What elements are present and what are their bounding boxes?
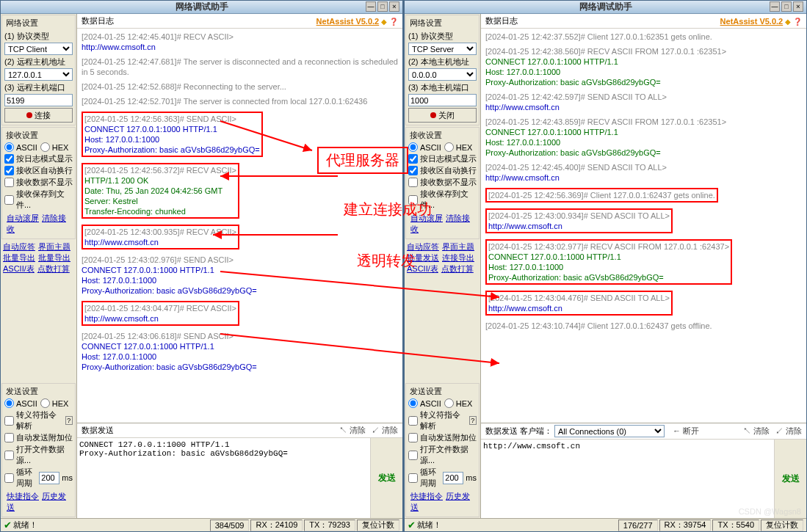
send-settings: 发送设置 ASCII HEX 转义符指令解析 ? 自动发送附加位 打开文件数据源… — [1, 383, 76, 517]
recv-hex[interactable] — [444, 142, 454, 152]
send-button[interactable]: 发送 — [774, 440, 806, 518]
chk-autowrap[interactable] — [4, 166, 14, 175]
log-title: 数据日志 — [82, 15, 114, 26]
min-button[interactable]: — — [366, 1, 376, 12]
chk-savefile[interactable] — [408, 195, 418, 205]
chk-loop[interactable] — [408, 473, 418, 483]
status-icon — [26, 112, 32, 118]
auto-links: 自动应答界面主题 批量发送连接导出 ASCII/表点数打算 — [405, 240, 480, 276]
sb-tx: TX：79293 — [304, 520, 355, 531]
title: 网络调试助手 — [579, 1, 632, 13]
titlebar: 网络调试助手 — □ × — [405, 1, 806, 14]
watermark: CSDN @Wagsn8 — [739, 507, 801, 516]
chk-hide[interactable] — [408, 178, 418, 187]
star-icon: ◆ ❓ — [381, 18, 398, 26]
sb-count: 176/277 — [618, 520, 658, 531]
log-entry: [2024-01-25 12:42:52.688]# Reconnecting … — [82, 81, 398, 92]
log-entry: [2024-01-25 12:43:06.618]# SEND ASCII>CO… — [82, 331, 398, 372]
log-area[interactable]: [2024-01-25 12:42:37.552]# Client 127.0.… — [481, 29, 806, 423]
net-settings: 网络设置 (1) 协议类型 TCP Server (2) 本地主机地址 0.0.… — [405, 15, 480, 125]
sb-reset[interactable]: 复位计数 — [761, 520, 803, 531]
clear-btn[interactable]: ↖ 清除 — [339, 426, 366, 434]
title: 网络调试助手 — [175, 1, 228, 13]
sb-rx: RX：39754 — [659, 520, 712, 531]
quick-cmd-link[interactable]: 快捷指令 — [7, 492, 39, 500]
brand[interactable]: NetAssist V5.0.2 — [316, 17, 380, 26]
autoscroll-link[interactable]: 自动滚屏 — [410, 214, 443, 222]
log-entry: [2024-01-25 12:42:38.560]# RECV ASCII FR… — [485, 46, 802, 87]
chk-savefile[interactable] — [4, 195, 14, 205]
chk-hide[interactable] — [4, 178, 14, 187]
send-hex[interactable] — [444, 398, 454, 408]
host-select[interactable]: 127.0.0.1 — [4, 68, 73, 81]
max-button[interactable]: □ — [781, 1, 792, 12]
chk-logmode[interactable] — [408, 154, 418, 164]
log-area[interactable]: [2024-01-25 12:42:45.401]# RECV ASCII>ht… — [77, 29, 402, 423]
statusbar: ✔ 就绪！ 176/277 RX：39754 TX：5540 复位计数 — [405, 518, 806, 531]
close-button[interactable]: × — [793, 1, 803, 12]
recv-ascii[interactable] — [408, 142, 418, 152]
send-input[interactable] — [77, 438, 370, 518]
proto-select[interactable]: TCP Server — [408, 43, 477, 55]
log-title: 数据日志 — [485, 15, 518, 26]
loop-input[interactable] — [443, 472, 463, 484]
log-entry: [2024-01-25 12:42:56.369]# Client 127.0.… — [485, 188, 718, 203]
port-input[interactable] — [408, 94, 477, 106]
recv-settings: 接收设置 ASCII HEX 按日志模式显示 接收区自动换行 接收数据不显示 接… — [405, 127, 480, 239]
send-settings: 发送设置 ASCII HEX 转义符指令解析 ? 自动发送附加位 打开文件数据源… — [405, 383, 480, 517]
sb-tx: TX：5540 — [712, 520, 759, 531]
connect-button[interactable]: 连接 — [4, 108, 73, 123]
close-button[interactable]: × — [389, 1, 399, 12]
send-input[interactable] — [481, 440, 774, 518]
chk-autowrap[interactable] — [408, 166, 418, 175]
send-ascii[interactable] — [4, 398, 14, 408]
loop-input[interactable] — [39, 472, 59, 484]
sb-reset[interactable]: 复位计数 — [357, 520, 399, 531]
star-icon: ◆ ❓ — [785, 18, 802, 26]
titlebar: 网络调试助手 — □ × — [1, 1, 402, 14]
chk-logmode[interactable] — [4, 154, 14, 164]
brand[interactable]: NetAssist V5.0.2 — [720, 17, 784, 26]
log-entry: [2024-01-25 12:42:45.400]# SEND ASCII TO… — [485, 162, 802, 183]
autoscroll-link[interactable]: 自动滚屏 — [7, 214, 39, 222]
min-button[interactable]: — — [770, 1, 780, 12]
chk-autoappend[interactable] — [4, 433, 14, 442]
clear-btn[interactable]: ↖ 清除 — [743, 426, 770, 435]
close-conn-button[interactable]: 关闭 — [408, 108, 477, 123]
max-button[interactable]: □ — [377, 1, 388, 12]
send-title: 数据发送 — [82, 425, 114, 436]
send-hex[interactable] — [40, 398, 50, 408]
chk-filesrc[interactable] — [408, 451, 418, 460]
disconnect-btn[interactable]: ← 断开 — [673, 426, 699, 437]
log-entry: [2024-01-25 12:42:47.681]# The server is… — [82, 57, 398, 77]
status-icon — [430, 112, 436, 118]
log-entry: [2024-01-25 12:43:02.977]# RECV ASCII FR… — [485, 239, 732, 285]
quick-cmd-link[interactable]: 快捷指令 — [410, 492, 443, 500]
send-ascii[interactable] — [408, 398, 418, 408]
host-select[interactable]: 0.0.0.0 — [408, 68, 477, 81]
recv-ascii[interactable] — [4, 142, 14, 152]
log-entry: [2024-01-25 12:43:02.976]# SEND ASCII>CO… — [82, 255, 398, 296]
net-settings: 网络设置 (1) 协议类型 TCP Client (2) 远程主机地址 127.… — [1, 15, 76, 125]
left-window: 网络调试助手 — □ × 网络设置 (1) 协议类型 TCP Client (2… — [0, 0, 403, 532]
chk-escape[interactable] — [4, 416, 14, 426]
log-entry: [2024-01-25 12:43:04.476]# SEND ASCII TO… — [485, 291, 673, 316]
clear-btn2[interactable]: ↙ 清除 — [372, 426, 398, 434]
chk-autoappend[interactable] — [408, 433, 418, 442]
recv-hex[interactable] — [40, 142, 50, 152]
clear-btn2[interactable]: ↙ 清除 — [775, 426, 802, 435]
help-icon[interactable]: ? — [65, 416, 73, 425]
chk-loop[interactable] — [4, 473, 14, 483]
send-button[interactable]: 发送 — [370, 438, 402, 518]
chk-filesrc[interactable] — [4, 451, 14, 460]
auto-links: 自动应答界面主题 批量导出批量导出 ASCII/表点数打算 — [1, 240, 76, 276]
log-entry: [2024-01-25 12:42:45.401]# RECV ASCII>ht… — [82, 32, 398, 52]
log-entry: [2024-01-25 12:42:37.552]# Client 127.0.… — [485, 32, 802, 42]
statusbar: ✔ 就绪！ 384/509 RX：24109 TX：79293 复位计数 — [1, 518, 402, 531]
help-icon[interactable]: ? — [469, 416, 477, 425]
chk-escape[interactable] — [408, 416, 418, 426]
port-input[interactable] — [4, 94, 73, 106]
proto-select[interactable]: TCP Client — [4, 43, 73, 55]
conn-select[interactable]: All Connections (0) — [554, 425, 665, 437]
log-entry: [2024-01-25 12:43:00.934]# SEND ASCII TO… — [485, 208, 673, 233]
